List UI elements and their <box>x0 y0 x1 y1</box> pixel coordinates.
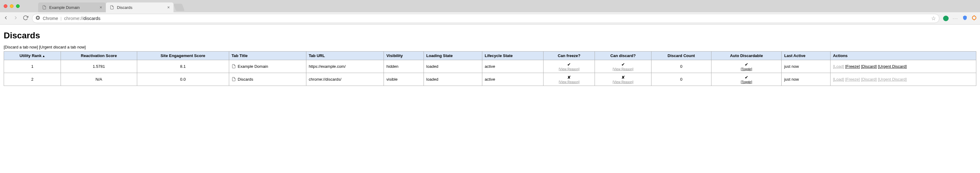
cell-tab-url: https://example.com/ <box>306 60 384 73</box>
freeze-link[interactable]: [Freeze] <box>845 77 860 82</box>
browser-tab[interactable]: Discards × <box>106 2 173 12</box>
extension-icon[interactable] <box>962 15 968 22</box>
col-discard-count[interactable]: Discard Count <box>651 52 711 60</box>
tab-title: Example Domain <box>49 5 80 10</box>
svg-point-2 <box>972 16 976 20</box>
back-button[interactable] <box>3 15 9 22</box>
cell-reactivation-score: N/A <box>61 73 137 86</box>
tab-close-icon[interactable]: × <box>167 5 170 10</box>
toggle-link[interactable]: [Toggle] <box>714 67 779 71</box>
urgent-discard-now-link[interactable]: [Urgent discard a tab now] <box>39 45 86 49</box>
urgent-discard-link[interactable]: [Urgent Discard] <box>878 64 907 69</box>
cell-can-freeze: ✘[View Reason] <box>544 73 595 86</box>
cell-actions: [Load] [Freeze] [Discard] [Urgent Discar… <box>830 73 976 86</box>
forward-button[interactable] <box>13 15 19 22</box>
discard-link[interactable]: [Discard] <box>861 77 877 82</box>
col-auto-discardable[interactable]: Auto Discardable <box>711 52 781 60</box>
check-icon: ✔ <box>567 62 571 67</box>
file-icon <box>42 5 47 10</box>
view-reason-link[interactable]: [View Reason] <box>546 67 592 71</box>
cell-reactivation-score: 1.5781 <box>61 60 137 73</box>
cell-can-discard: ✔[View Reason] <box>595 60 651 73</box>
window-minimize-button[interactable] <box>10 4 14 8</box>
extension-icon[interactable] <box>971 15 977 22</box>
url-prefix: chrome:// <box>64 16 83 21</box>
window-titlebar: Example Domain × Discards × <box>0 0 980 12</box>
new-tab-button[interactable] <box>173 4 185 11</box>
cell-auto-discardable: ✔[Toggle] <box>711 73 781 86</box>
cell-discard-count: 0 <box>651 60 711 73</box>
load-link[interactable]: [Load] <box>833 64 844 69</box>
discards-table: Utility Rank▲ Reactivation Score Site En… <box>4 51 976 86</box>
toggle-link[interactable]: [Toggle] <box>714 80 779 84</box>
tab-title-text: Example Domain <box>238 64 268 69</box>
bookmark-star-icon[interactable]: ☆ <box>931 15 936 22</box>
cell-visibility: hidden <box>384 60 424 73</box>
divider: | <box>60 16 62 20</box>
window-maximize-button[interactable] <box>16 4 20 8</box>
col-reactivation-score[interactable]: Reactivation Score <box>61 52 137 60</box>
col-loading-state[interactable]: Loading State <box>423 52 482 60</box>
check-icon: ✔ <box>745 62 748 67</box>
col-visibility[interactable]: Visibility <box>384 52 424 60</box>
file-icon <box>110 5 115 10</box>
table-row: 11.57818.1Example Domainhttps://example.… <box>4 60 976 73</box>
reload-button[interactable] <box>23 15 28 22</box>
table-header-row: Utility Rank▲ Reactivation Score Site En… <box>4 52 976 60</box>
check-icon: ✔ <box>745 75 748 80</box>
discard-now-link[interactable]: [Discard a tab now] <box>4 45 38 49</box>
cross-icon: ✘ <box>567 75 571 80</box>
col-tab-url[interactable]: Tab URL <box>306 52 384 60</box>
top-actions: [Discard a tab now] [Urgent discard a ta… <box>4 45 976 49</box>
address-bar[interactable]: Chrome | chrome://discards ☆ <box>32 14 939 23</box>
cell-tab-title: Example Domain <box>229 60 306 73</box>
traffic-lights <box>0 4 20 8</box>
table-row: 2N/A0.0Discardschrome://discards/visible… <box>4 73 976 86</box>
load-link[interactable]: [Load] <box>833 77 844 82</box>
cell-visibility: visible <box>384 73 424 86</box>
cell-tab-url: chrome://discards/ <box>306 73 384 86</box>
tab-close-icon[interactable]: × <box>100 5 102 10</box>
page-title: Discards <box>4 31 976 41</box>
url-path: discards <box>83 16 100 21</box>
cell-actions: [Load] [Freeze] [Discard] [Urgent Discar… <box>830 60 976 73</box>
scheme-label: Chrome <box>43 16 58 21</box>
file-icon <box>232 64 238 69</box>
freeze-link[interactable]: [Freeze] <box>845 64 860 69</box>
col-can-freeze[interactable]: Can freeze? <box>544 52 595 60</box>
tab-title: Discards <box>117 5 132 10</box>
cell-lifecycle-state: active <box>482 60 543 73</box>
col-tab-title[interactable]: Tab Title <box>229 52 306 60</box>
cell-lifecycle-state: active <box>482 73 543 86</box>
col-utility-rank[interactable]: Utility Rank▲ <box>4 52 61 60</box>
extension-icon[interactable] <box>943 16 949 21</box>
sort-asc-icon: ▲ <box>42 54 45 58</box>
tabs-strip: Example Domain × Discards × <box>38 0 183 12</box>
col-actions[interactable]: Actions <box>830 52 976 60</box>
page-content: Discards [Discard a tab now] [Urgent dis… <box>0 25 980 89</box>
col-can-discard[interactable]: Can discard? <box>595 52 651 60</box>
cell-loading-state: loaded <box>423 73 482 86</box>
col-last-active[interactable]: Last Active <box>781 52 830 60</box>
view-reason-link[interactable]: [View Reason] <box>597 80 648 84</box>
cross-icon: ✘ <box>621 75 625 80</box>
chrome-scheme-icon <box>35 15 40 21</box>
view-reason-link[interactable]: [View Reason] <box>546 80 592 84</box>
check-icon: ✔ <box>621 62 625 67</box>
cell-site-engagement: 8.1 <box>137 60 229 73</box>
cell-can-freeze: ✔[View Reason] <box>544 60 595 73</box>
col-site-engagement[interactable]: Site Engagement Score <box>137 52 229 60</box>
cell-tab-title: Discards <box>229 73 306 86</box>
col-lifecycle-state[interactable]: Lifecycle State <box>482 52 543 60</box>
cell-site-engagement: 0.0 <box>137 73 229 86</box>
extension-icon[interactable]: ⋯ <box>952 15 958 22</box>
window-close-button[interactable] <box>4 4 7 8</box>
view-reason-link[interactable]: [View Reason] <box>597 67 648 71</box>
cell-last-active: just now <box>781 73 830 86</box>
browser-tab[interactable]: Example Domain × <box>38 2 106 12</box>
svg-point-1 <box>37 17 38 19</box>
extension-icons: ⋯ <box>943 15 977 22</box>
discard-link[interactable]: [Discard] <box>861 64 877 69</box>
cell-can-discard: ✘[View Reason] <box>595 73 651 86</box>
urgent-discard-link[interactable]: [Urgent Discard] <box>878 77 907 82</box>
